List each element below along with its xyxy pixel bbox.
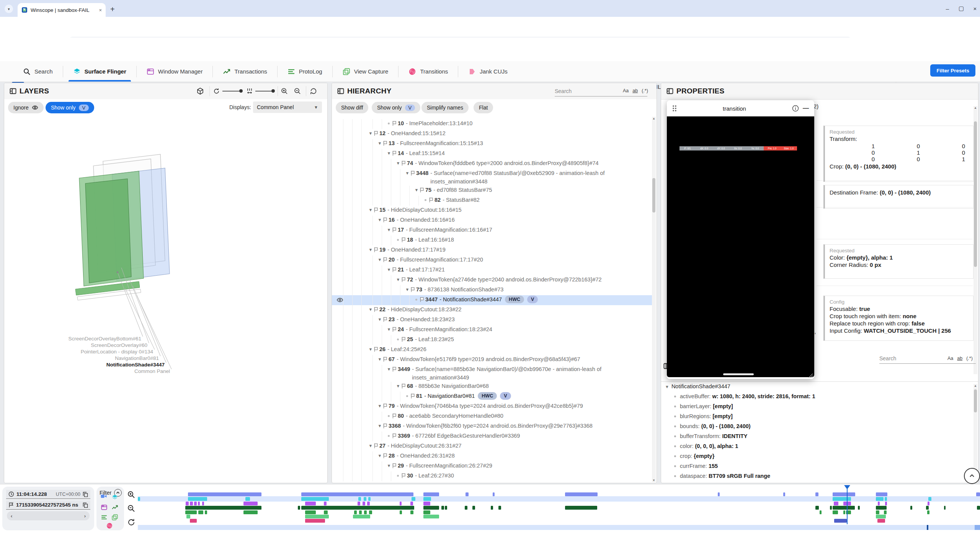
nav-tab-window-manager[interactable]: Window Manager bbox=[137, 61, 213, 82]
resize-handle[interactable] bbox=[808, 373, 813, 378]
flag-icon[interactable] bbox=[401, 473, 405, 478]
hierarchy-node-74[interactable]: ▼74- WindowToken{fdddbe6 type=2000 andro… bbox=[332, 159, 652, 169]
trace-entry-surface-flinger[interactable] bbox=[364, 497, 366, 501]
trace-entry-protolog[interactable] bbox=[400, 510, 402, 514]
hierarchy-scrollbar[interactable]: ▲ ▼ bbox=[652, 117, 656, 482]
expand-arrow-icon[interactable]: ▼ bbox=[377, 402, 383, 410]
property-item-dataspace[interactable]: dataspace: BT709 sRGB Full range bbox=[674, 473, 770, 479]
property-item-bounds[interactable]: bounds: (0, 0) - (1080, 2400) bbox=[674, 423, 751, 429]
flag-icon[interactable] bbox=[392, 227, 396, 232]
flag-icon[interactable] bbox=[420, 297, 424, 302]
trace-entry-window-manager[interactable] bbox=[190, 502, 193, 505]
trace-entry-window-manager[interactable] bbox=[198, 502, 200, 505]
trace-entry-screen-recording[interactable] bbox=[188, 492, 261, 496]
filter-presets-button[interactable]: Filter Presets bbox=[930, 64, 975, 77]
camera-icon[interactable] bbox=[101, 494, 106, 499]
trace-entry-surface-flinger[interactable] bbox=[928, 497, 931, 501]
hierarchy-node-14[interactable]: ▼14- Leaf:15:15#14 bbox=[332, 149, 652, 159]
expand-arrow-icon[interactable]: ▼ bbox=[386, 365, 392, 373]
trace-entry-window-manager[interactable] bbox=[186, 502, 189, 505]
property-item-currFrame[interactable]: currFrame: 155 bbox=[674, 463, 718, 469]
hierarchy-node-25[interactable]: 25- Leaf:18:23#25 bbox=[332, 335, 652, 345]
trace-entry-surface-flinger[interactable] bbox=[368, 497, 371, 501]
expand-arrow-icon[interactable]: ▼ bbox=[377, 422, 383, 430]
curr-state-scrollbar[interactable]: ▲ bbox=[973, 384, 977, 482]
trace-entry-transactions[interactable] bbox=[298, 506, 300, 510]
trace-entry-transactions[interactable] bbox=[876, 506, 887, 510]
hierarchy-node-3369[interactable]: 3369- 67726bf EdgeBackGestureHandler0#33… bbox=[332, 432, 652, 441]
expand-arrow-icon[interactable]: ▼ bbox=[386, 149, 392, 157]
match-word-toggle[interactable]: ab bbox=[957, 356, 962, 361]
trace-entry-protolog[interactable] bbox=[198, 510, 203, 514]
trace-entry-surface-flinger[interactable] bbox=[423, 497, 431, 501]
trace-entry-window-manager[interactable] bbox=[400, 502, 402, 505]
hierarchy-node-80[interactable]: 80- ace6abb SecondaryHomeHandle0#80 bbox=[332, 412, 652, 422]
trace-entry-transactions[interactable] bbox=[498, 506, 501, 510]
trace-entry-surface-flinger[interactable] bbox=[188, 497, 207, 501]
hierarchy-node-3447[interactable]: 3447- NotificationShade#3447HWCV bbox=[332, 295, 652, 305]
trace-entry-protolog[interactable] bbox=[843, 510, 845, 514]
expand-arrow-icon[interactable]: ▼ bbox=[368, 305, 374, 314]
hierarchy-node-10[interactable]: 10- ImePlaceholder:13:14#10 bbox=[332, 119, 652, 129]
layer-label[interactable]: NavigationBar0#81 bbox=[115, 355, 159, 361]
hierarchy-node-27[interactable]: ▼27- HideDisplayCutout:26:31#27 bbox=[332, 441, 652, 451]
flag-icon[interactable] bbox=[401, 237, 405, 242]
trace-entry-transactions[interactable] bbox=[465, 506, 467, 510]
zoom-in-icon[interactable] bbox=[281, 87, 288, 95]
flag-icon[interactable] bbox=[383, 317, 387, 322]
nav-tab-search[interactable]: Search bbox=[13, 61, 63, 82]
nav-tab-jank-cujs[interactable]: Jank CUJs bbox=[458, 61, 518, 82]
trace-entry-window-manager[interactable] bbox=[363, 502, 365, 505]
eye-icon[interactable] bbox=[336, 297, 343, 303]
expand-arrow-icon[interactable]: ▼ bbox=[368, 345, 374, 353]
trace-entry-transactions[interactable] bbox=[830, 506, 832, 510]
flag-icon[interactable] bbox=[392, 463, 396, 468]
layer-label[interactable]: ScreenDecorOverlayBottom#61 bbox=[68, 336, 141, 342]
ns-time-field[interactable]: 1715339054227572545 ns bbox=[6, 500, 90, 510]
trace-entry-screen-recording[interactable] bbox=[493, 492, 495, 496]
layer-label[interactable]: ScreenDecorOverlay#60 bbox=[91, 342, 147, 348]
flag-icon[interactable] bbox=[392, 121, 396, 126]
hierarchy-node-81[interactable]: 81- NavigationBar0#81HWCV bbox=[332, 392, 652, 402]
trace-entry-screen-recording[interactable] bbox=[876, 492, 887, 496]
trace-entry-screen-recording[interactable] bbox=[783, 492, 785, 496]
reset-view-icon[interactable] bbox=[310, 87, 317, 95]
trace-entry-transitions[interactable] bbox=[834, 519, 847, 523]
trace-entry-window-manager[interactable] bbox=[243, 502, 258, 505]
trace-entry-transactions[interactable] bbox=[565, 506, 597, 510]
popup-header[interactable]: transition — bbox=[667, 100, 814, 116]
trace-entry-screen-recording[interactable] bbox=[815, 492, 818, 496]
nav-tab-surface-flinger[interactable]: Surface Flinger bbox=[63, 61, 136, 82]
flag-icon[interactable] bbox=[392, 366, 396, 372]
trace-entry-protolog[interactable] bbox=[820, 510, 822, 514]
hierarchy-node-29[interactable]: ▼29- FullscreenMagnification:26:27#29 bbox=[332, 461, 652, 471]
hierarchy-node-20[interactable]: ▼20- FullscreenMagnification:17:17#20 bbox=[332, 255, 652, 265]
copy-icon[interactable] bbox=[83, 502, 88, 508]
window-maximize-button[interactable]: ▢ bbox=[956, 4, 966, 13]
expand-arrow-icon[interactable]: ▼ bbox=[413, 186, 420, 194]
trace-entry-transactions[interactable] bbox=[815, 506, 819, 510]
flag-icon[interactable] bbox=[410, 287, 415, 292]
flag-icon[interactable] bbox=[392, 267, 396, 272]
hierarchy-node-17[interactable]: ▼17- FullscreenMagnification:16:16#17 bbox=[332, 226, 652, 235]
trace-entry-window-manager[interactable] bbox=[358, 502, 360, 505]
layer-label[interactable]: NotificationShade#3447 bbox=[106, 362, 165, 368]
trace-entry-protolog[interactable] bbox=[364, 510, 367, 514]
trace-entry-view-capture[interactable] bbox=[305, 515, 329, 518]
expand-arrow-icon[interactable]: ▼ bbox=[386, 461, 392, 470]
expand-arrow-icon[interactable]: ▼ bbox=[377, 355, 383, 363]
ignore-chip[interactable]: Ignore bbox=[8, 102, 44, 113]
trace-entry-window-manager[interactable] bbox=[928, 502, 929, 505]
trace-entry-screen-recording[interactable] bbox=[423, 492, 439, 496]
layer-label[interactable]: Common Panel bbox=[134, 368, 170, 374]
flag-icon[interactable] bbox=[374, 307, 378, 312]
layers-3d-canvas[interactable]: ScreenDecorOverlayBottom#61ScreenDecorOv… bbox=[4, 116, 327, 483]
zoom-in-icon[interactable] bbox=[127, 490, 136, 499]
flag-icon[interactable] bbox=[410, 170, 415, 176]
trace-entry-surface-flinger[interactable] bbox=[138, 497, 140, 501]
hierarchy-node-67[interactable]: ▼67- WindowToken{e5176f9 type=2019 andro… bbox=[332, 355, 652, 365]
trace-entry-window-manager[interactable] bbox=[878, 502, 880, 505]
flag-icon[interactable] bbox=[392, 327, 396, 332]
expand-arrow-icon[interactable]: ▼ bbox=[377, 255, 383, 264]
trace-entry-surface-flinger[interactable] bbox=[358, 497, 361, 501]
